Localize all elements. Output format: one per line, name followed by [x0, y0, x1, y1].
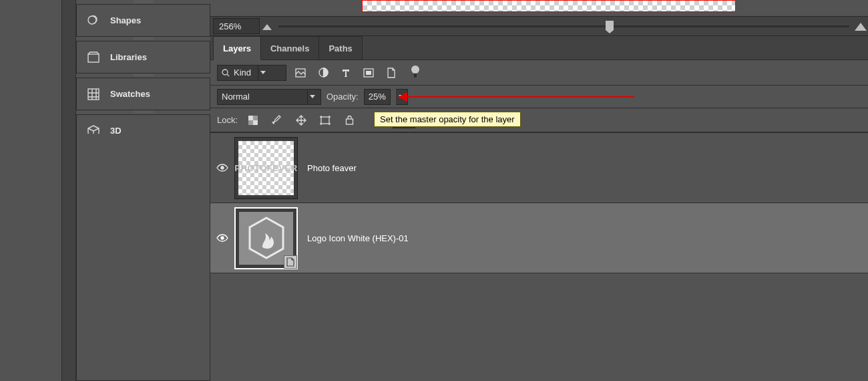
tab-label: Paths: [329, 43, 352, 53]
panel-strip-empty: [76, 134, 210, 381]
tooltip-text: Set the master opacity for the layer: [380, 114, 515, 124]
tab-paths[interactable]: Paths: [318, 36, 362, 59]
panel-shapes[interactable]: Shapes: [76, 4, 210, 37]
lock-label: Lock:: [217, 115, 238, 125]
main-area: 256% Layers Channels Paths Kind N: [210, 0, 868, 381]
filter-kind-select[interactable]: Kind: [217, 65, 286, 81]
blend-mode-value: Normal: [222, 92, 250, 102]
document-canvas[interactable]: [362, 0, 736, 12]
panel-label: Swatches: [110, 89, 150, 99]
chevron-down-icon: [258, 66, 267, 80]
shapes-icon: [86, 13, 101, 28]
tooltip: Set the master opacity for the layer: [374, 112, 521, 127]
annotation-arrow: [407, 96, 634, 98]
zoom-slider[interactable]: [278, 23, 849, 29]
tab-layers[interactable]: Layers: [213, 36, 261, 60]
opacity-label[interactable]: Opacity:: [327, 92, 359, 102]
zoom-out-icon[interactable]: [260, 19, 274, 33]
filter-shape-icon[interactable]: [360, 65, 377, 81]
opacity-value-input[interactable]: 25%: [364, 89, 391, 105]
layer-row[interactable]: PHOTOFEVER Photo feaver: [210, 132, 868, 203]
eye-icon: [216, 234, 228, 242]
svg-rect-9: [253, 120, 258, 125]
thumb-overlay-text: PHOTOFEVER: [234, 163, 297, 173]
panel-swatches[interactable]: Swatches: [76, 78, 210, 110]
lock-position-icon[interactable]: [292, 112, 310, 128]
panel-tabs: Layers Channels Paths: [210, 36, 868, 60]
filter-kind-label: Kind: [234, 68, 251, 78]
svg-point-3: [222, 70, 228, 75]
opacity-value: 25%: [369, 92, 386, 102]
eye-icon: [216, 164, 228, 172]
layer-filter-row: Kind: [210, 60, 868, 86]
svg-point-15: [221, 237, 224, 239]
search-icon: [222, 69, 230, 77]
filter-toggle-switch[interactable]: [411, 66, 420, 80]
zoom-in-icon[interactable]: [853, 19, 868, 33]
lock-all-icon[interactable]: [341, 112, 358, 128]
svg-rect-1: [88, 54, 99, 62]
panel-label: Libraries: [110, 52, 147, 62]
panel-divider-track[interactable]: [61, 0, 76, 381]
libraries-icon: [86, 50, 101, 65]
filter-smartobject-icon[interactable]: [383, 65, 400, 81]
svg-rect-11: [248, 120, 253, 125]
svg-point-14: [221, 166, 224, 169]
layer-thumbnail[interactable]: [234, 207, 298, 269]
document-strip: [210, 0, 868, 16]
lock-transparent-icon[interactable]: [244, 112, 262, 128]
layer-row[interactable]: Logo Icon White (HEX)-01: [210, 203, 868, 273]
svg-rect-7: [366, 71, 371, 75]
tab-label: Channels: [270, 43, 310, 53]
panel-libraries[interactable]: Libraries: [76, 41, 210, 74]
smart-object-badge-icon: [284, 255, 297, 269]
layers-list: PHOTOFEVER Photo feaver: [210, 132, 868, 381]
svg-rect-8: [248, 116, 253, 120]
status-zoom-bar: 256%: [210, 16, 868, 36]
layer-visibility-toggle[interactable]: [214, 234, 230, 242]
layer-visibility-toggle[interactable]: [214, 164, 230, 172]
blend-mode-select[interactable]: Normal: [217, 89, 321, 105]
tab-label: Layers: [223, 43, 251, 53]
collapsed-panel-strip: Shapes Libraries Swatches 3D: [76, 0, 210, 381]
layer-thumbnail[interactable]: PHOTOFEVER: [234, 137, 298, 199]
zoom-level-input[interactable]: 256%: [213, 18, 260, 34]
zoom-value: 256%: [219, 21, 241, 31]
panel-label: Shapes: [110, 15, 141, 25]
svg-rect-10: [253, 116, 258, 120]
lock-fill-row: Lock: Fill: 100: [210, 108, 868, 132]
chevron-down-icon: [307, 90, 316, 104]
filter-adjustment-icon[interactable]: [314, 65, 332, 81]
lock-artboard-icon[interactable]: [316, 112, 334, 128]
svg-rect-13: [346, 119, 353, 124]
layer-name[interactable]: Photo feaver: [307, 163, 357, 173]
layers-empty-area[interactable]: [210, 273, 868, 380]
filter-pixel-icon[interactable]: [292, 65, 309, 81]
tab-channels[interactable]: Channels: [260, 36, 320, 59]
filter-type-icon[interactable]: [337, 65, 355, 81]
left-gutter: [0, 0, 61, 381]
svg-rect-12: [321, 117, 329, 124]
swatches-icon: [86, 87, 101, 102]
hexagon-logo-icon: [246, 219, 286, 258]
zoom-slider-thumb[interactable]: [606, 21, 614, 30]
lock-pixels-icon[interactable]: [268, 112, 286, 128]
layer-name[interactable]: Logo Icon White (HEX)-01: [307, 233, 409, 243]
svg-rect-2: [88, 89, 99, 100]
